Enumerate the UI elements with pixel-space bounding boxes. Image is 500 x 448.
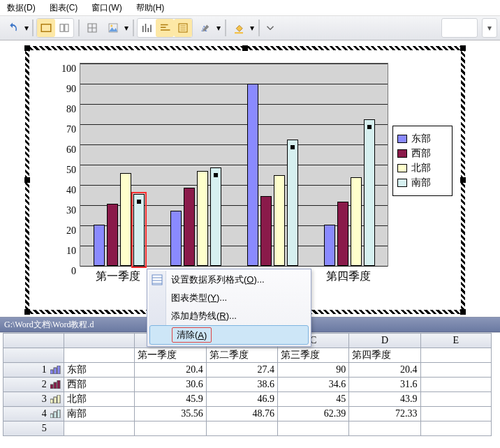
fill-color-button[interactable] [229,18,249,38]
text-tool-button[interactable]: A [196,18,215,38]
grid-button[interactable] [82,18,102,38]
ctx-chart-type[interactable]: 图表类型(Y)... 图表类型(Y)... [149,289,309,307]
legend[interactable]: 东部 西部 北部 南部 [392,126,453,196]
row-label[interactable]: 北部 [64,392,135,407]
more-button[interactable] [263,18,278,38]
bar-北部[interactable] [351,177,362,266]
cell[interactable]: 72.33 [349,407,420,421]
resize-handle[interactable] [24,45,30,51]
cell[interactable]: 20.4 [349,363,420,378]
legend-item-north[interactable]: 北部 [397,162,448,174]
row-header[interactable]: 4 [3,407,64,421]
menu-data[interactable]: 数据(D) [4,1,38,15]
bar-北部[interactable] [274,175,285,267]
row-header[interactable]: 3 [3,392,64,407]
row-header[interactable]: 2 [3,378,64,392]
chart-list-button[interactable] [174,19,192,37]
bar-西部[interactable] [337,202,348,266]
row-header-blank[interactable] [3,348,64,363]
cell[interactable]: 27.4 [206,363,277,378]
chart-canvas[interactable]: 0102030405060708090100 第一季度第二季度第三季度第四季度 … [0,40,500,317]
dropdown-arrow-icon[interactable]: ▾ [124,23,130,33]
bar-南部[interactable] [287,140,298,266]
bar-东部[interactable] [94,225,105,266]
bar-北部[interactable] [197,171,208,266]
legend-item-west[interactable]: 西部 [397,147,448,160]
bar-西部[interactable] [107,204,118,266]
cell[interactable] [420,363,491,378]
row-header[interactable]: 5 [3,421,64,436]
zoom-box[interactable] [441,18,478,38]
bar-西部[interactable] [184,188,195,266]
row-label[interactable]: 西部 [64,378,135,392]
plot-area[interactable]: 0102030405060708090100 [80,63,388,267]
cell[interactable] [420,392,491,407]
menu-help[interactable]: 帮助(H) [133,1,168,15]
row-label[interactable]: 东部 [64,363,135,378]
cell[interactable]: 45.9 [135,392,206,407]
ctx-add-trendline[interactable]: 添加趋势线(R)... 添加趋势线(R)... [149,307,309,325]
sheet-name-col[interactable] [64,334,135,348]
row-header[interactable]: 1 [3,363,64,378]
bar-东部[interactable] [324,225,335,266]
resize-handle[interactable] [24,309,30,315]
bar-北部[interactable] [120,173,131,266]
cell[interactable]: 34.6 [277,378,348,392]
cell[interactable] [420,421,491,436]
legend-item-south[interactable]: 南部 [397,177,448,189]
cell[interactable] [420,407,491,421]
category-header[interactable]: 第二季度 [206,348,277,363]
legend-item-east[interactable]: 东部 [397,133,448,145]
styles-button[interactable] [103,18,123,38]
cell[interactable] [349,421,420,436]
chart-bar-button[interactable] [156,19,174,37]
cell[interactable]: 62.39 [277,407,348,421]
datasheet-grid[interactable]: ABCDE第一季度第二季度第三季度第四季度1东部20.427.49020.42西… [3,333,492,436]
cell[interactable]: 20.4 [135,363,206,378]
sheet-corner[interactable] [3,334,64,348]
menu-chart[interactable]: 图表(C) [47,1,81,15]
ctx-format-series[interactable]: 设置数据系列格式(O)... 设置数据系列格式(O)... [149,271,309,289]
resize-handle[interactable] [24,177,30,183]
col-header-D[interactable]: D [349,334,420,348]
cell[interactable]: 46.9 [206,392,277,407]
row-label[interactable]: 南部 [64,407,135,421]
category-header[interactable]: 第三季度 [277,348,348,363]
category-header[interactable]: 第四季度 [349,348,420,363]
bar-西部[interactable] [260,196,272,266]
bar-南部[interactable] [210,167,221,266]
cell[interactable]: 45 [277,392,348,407]
cell[interactable]: 48.76 [206,407,277,421]
cell[interactable] [135,421,206,436]
cell[interactable]: 31.6 [349,378,420,392]
view-normal-button[interactable] [37,19,55,37]
cell[interactable]: 38.6 [206,378,277,392]
col-header-E[interactable]: E [420,334,491,348]
resize-handle[interactable] [460,177,466,183]
bar-东部[interactable] [247,84,258,266]
category-header[interactable] [64,348,135,363]
cell[interactable]: 43.9 [349,392,420,407]
cell[interactable] [420,378,491,392]
bar-南部[interactable] [133,194,145,266]
cell[interactable] [206,421,277,436]
bar-东部[interactable] [170,211,182,266]
row-label[interactable] [64,421,135,436]
ctx-clear[interactable]: 清除(A) 清除(A) [149,325,309,345]
dropdown-arrow-icon[interactable]: ▾ [24,19,29,37]
cell[interactable]: 90 [277,363,348,378]
resize-handle[interactable] [460,309,466,315]
cell[interactable]: 30.6 [135,378,206,392]
dropdown-arrow-icon[interactable]: ▾ [216,23,222,33]
datasheet[interactable]: ABCDE第一季度第二季度第三季度第四季度1东部20.427.49020.42西… [0,332,500,436]
chart-col-button[interactable] [138,19,156,37]
cell[interactable]: 35.56 [135,407,206,421]
resize-handle[interactable] [460,45,466,51]
category-header[interactable] [420,348,491,363]
undo-button[interactable] [3,18,22,38]
zoom-dropdown[interactable]: ▾ [482,18,497,38]
category-header[interactable]: 第一季度 [135,348,206,363]
bar-南部[interactable] [364,119,375,266]
view-page-button[interactable] [55,19,73,37]
resize-handle[interactable] [242,45,248,51]
